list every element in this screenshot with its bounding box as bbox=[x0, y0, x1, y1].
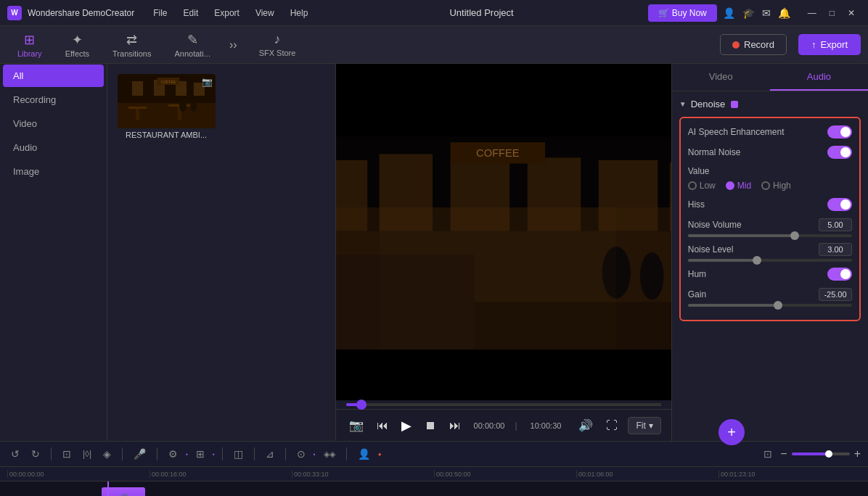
timeline-mark-5: 00:01:23:10 bbox=[718, 471, 861, 478]
noise-level-value[interactable]: 3.00 bbox=[819, 243, 852, 256]
value-low-radio[interactable] bbox=[688, 181, 697, 190]
zoom-in-button[interactable]: + bbox=[854, 447, 861, 460]
volume-button[interactable]: 🔊 bbox=[576, 416, 596, 435]
settings-icon[interactable]: ⚙ bbox=[165, 446, 181, 462]
user-icon[interactable]: 👤 bbox=[354, 446, 374, 462]
right-panel: Video Audio ▼ Denoise AI Speech Enhancem… bbox=[671, 64, 868, 441]
screenshot-button[interactable]: 📷 bbox=[346, 416, 367, 435]
media-item[interactable]: COFFEE 📷 RESTAURANT AMBI... bbox=[118, 74, 216, 139]
noise-level-thumb[interactable] bbox=[753, 256, 761, 265]
tab-annotations[interactable]: ✎ Annotati... bbox=[164, 28, 221, 62]
gain-value[interactable]: -25.00 bbox=[819, 288, 852, 301]
noise-volume-row: Noise Volume 5.00 bbox=[688, 218, 852, 237]
noise-volume-thumb[interactable] bbox=[790, 231, 799, 240]
menu-export[interactable]: Export bbox=[207, 5, 247, 21]
value-mid-option[interactable]: Mid bbox=[726, 181, 751, 191]
sidebar-item-all[interactable]: All bbox=[3, 65, 104, 87]
maximize-button[interactable]: □ bbox=[824, 5, 840, 21]
gain-slider[interactable] bbox=[688, 304, 852, 307]
ai-speech-toggle[interactable] bbox=[827, 125, 852, 139]
record-button[interactable]: Record bbox=[720, 34, 787, 55]
playhead[interactable] bbox=[107, 481, 109, 496]
zoom-slider[interactable] bbox=[792, 452, 850, 455]
svg-rect-4 bbox=[168, 104, 190, 107]
more-tabs-button[interactable]: ›› bbox=[224, 36, 243, 54]
zoom-out-button[interactable]: − bbox=[780, 447, 787, 460]
play-button[interactable]: ▶ bbox=[398, 415, 414, 437]
fullscreen-button[interactable]: ⛶ bbox=[603, 416, 621, 435]
hum-row: Hum bbox=[688, 268, 852, 281]
panel-tab-audio[interactable]: Audio bbox=[770, 64, 868, 91]
timeline-track[interactable]: 🎵 bbox=[0, 481, 868, 496]
progress-container[interactable] bbox=[336, 400, 671, 409]
split-icon[interactable]: |◊| bbox=[79, 447, 95, 461]
crop-icon[interactable]: ⊡ bbox=[59, 446, 75, 462]
prev-frame-button[interactable]: ⏮ bbox=[374, 416, 391, 435]
close-button[interactable]: ✕ bbox=[842, 5, 861, 21]
fit-screen-icon[interactable]: ⊡ bbox=[760, 446, 776, 462]
export-button[interactable]: ↑ Export bbox=[798, 34, 861, 55]
value-high-option[interactable]: High bbox=[761, 181, 791, 191]
value-low-option[interactable]: Low bbox=[688, 181, 716, 191]
redo-icon[interactable]: ↻ bbox=[28, 446, 44, 462]
noise-level-slider[interactable] bbox=[688, 259, 852, 262]
panel-tab-video[interactable]: Video bbox=[672, 64, 770, 91]
titlebar: W Wondershare DemoCreator File Edit Expo… bbox=[0, 0, 868, 26]
menu-view[interactable]: View bbox=[248, 5, 282, 21]
account-icon[interactable]: 👤 bbox=[723, 7, 735, 19]
annotations-icon: ✎ bbox=[187, 32, 198, 48]
next-frame-button[interactable]: ⏭ bbox=[446, 416, 464, 435]
tab-transitions[interactable]: ⇄ Transitions bbox=[102, 28, 161, 62]
hiss-toggle[interactable] bbox=[827, 198, 852, 211]
preview-controls: 📷 ⏮ ▶ ⏹ ⏭ 00:00:00 | 10:00:30 🔊 ⛶ Fit ▾ bbox=[336, 409, 671, 441]
minimize-button[interactable]: — bbox=[802, 5, 822, 21]
sidebar-item-video[interactable]: Video bbox=[3, 112, 104, 135]
preview-panel: COFFEE 📷 ⏮ ▶ bbox=[336, 64, 671, 441]
hum-toggle[interactable] bbox=[827, 268, 852, 281]
noise-volume-slider[interactable] bbox=[688, 234, 852, 237]
microphone-icon[interactable]: 🎤 bbox=[130, 446, 150, 462]
noise-volume-value[interactable]: 5.00 bbox=[819, 218, 852, 231]
ai-badge-icon bbox=[731, 101, 738, 108]
effects-btn-icon[interactable]: ◈◈ bbox=[320, 447, 339, 461]
tab-library[interactable]: ⊞ Library bbox=[7, 28, 52, 62]
menu-file[interactable]: File bbox=[146, 5, 174, 21]
sidebar-item-image[interactable]: Image bbox=[3, 160, 104, 183]
sidebar-item-recording[interactable]: Recording bbox=[3, 88, 104, 111]
cursor-icon[interactable]: ⊿ bbox=[262, 446, 278, 462]
tab-effects[interactable]: ✦ Effects bbox=[55, 28, 99, 62]
sidebar-item-audio[interactable]: Audio bbox=[3, 136, 104, 159]
zoom-thumb[interactable] bbox=[825, 450, 832, 458]
stop-button[interactable]: ⏹ bbox=[422, 416, 439, 435]
progress-thumb[interactable] bbox=[356, 400, 367, 410]
learn-icon[interactable]: 🎓 bbox=[742, 7, 755, 19]
tab-sfx-store[interactable]: ♪ SFX Store bbox=[249, 28, 306, 62]
menu-help[interactable]: Help bbox=[283, 5, 316, 21]
main-area: All Recording Video Audio Image bbox=[0, 64, 868, 441]
normal-noise-toggle[interactable] bbox=[827, 146, 852, 159]
collapse-arrow-icon[interactable]: ▼ bbox=[679, 100, 687, 108]
bell-icon[interactable]: 🔔 bbox=[778, 7, 790, 19]
value-mid-radio[interactable] bbox=[726, 181, 734, 190]
preview-progress-bar[interactable] bbox=[346, 403, 661, 406]
menu-edit[interactable]: Edit bbox=[176, 5, 206, 21]
media-thumb-inner: COFFEE bbox=[118, 74, 216, 128]
timeline-mark-1: 00:00:16:00 bbox=[150, 471, 292, 478]
hum-toggle-thumb bbox=[840, 269, 851, 279]
marker-icon[interactable]: ◈ bbox=[99, 446, 115, 462]
gain-thumb[interactable] bbox=[774, 301, 782, 310]
undo-icon[interactable]: ↺ bbox=[7, 446, 23, 462]
value-high-radio[interactable] bbox=[761, 181, 770, 190]
toolbar-sep-1 bbox=[51, 447, 52, 460]
project-title: Untitled Project bbox=[321, 7, 642, 18]
noise-volume-label-row: Noise Volume 5.00 bbox=[688, 218, 852, 231]
layout-icon[interactable]: ◫ bbox=[230, 446, 247, 462]
sfx-icon: ♪ bbox=[274, 32, 281, 47]
grid-icon[interactable]: ⊞ bbox=[192, 446, 208, 462]
buy-now-button[interactable]: 🛒 Buy Now bbox=[648, 4, 717, 22]
emoji-icon[interactable]: ⊙ bbox=[293, 446, 309, 462]
gain-label-row: Gain -25.00 bbox=[688, 288, 852, 301]
time-total: 10:00:30 bbox=[531, 421, 562, 430]
mail-icon[interactable]: ✉ bbox=[762, 7, 771, 19]
fit-button[interactable]: Fit ▾ bbox=[628, 417, 660, 434]
